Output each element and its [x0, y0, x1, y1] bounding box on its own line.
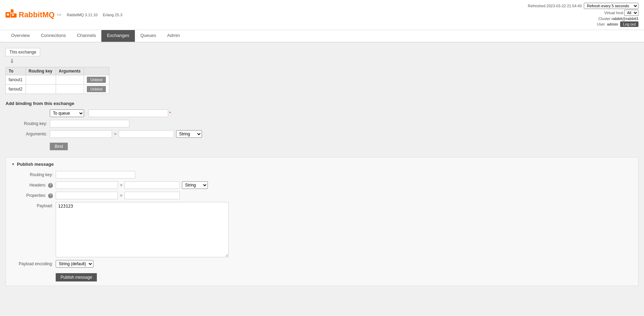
unbind-button-1[interactable]: Unbind: [87, 77, 106, 83]
binding-action-2: Unbind: [84, 85, 109, 94]
publish-headers-value-input[interactable]: [125, 181, 180, 189]
binding-arguments-2: [56, 85, 84, 94]
to-queue-input[interactable]: [89, 109, 168, 117]
publish-properties-key-input[interactable]: [56, 192, 118, 199]
separator-1: :: [86, 111, 88, 116]
publish-section-header[interactable]: ▼ Publish message: [11, 162, 633, 167]
publish-section-title: Publish message: [17, 162, 54, 167]
unbind-button-2[interactable]: Unbind: [87, 86, 106, 92]
publish-routing-key-row: Routing key:: [11, 171, 633, 179]
binding-to-2: fanout2: [6, 85, 26, 94]
to-queue-row: To queue To exchange : *: [6, 109, 638, 117]
bind-button[interactable]: Bind: [50, 143, 68, 150]
header-right: Refreshed 2023-03-22 21:54:40 Refresh ev…: [528, 3, 638, 27]
add-binding-section: Add binding from this exchange To queue …: [6, 101, 638, 150]
publish-message-section: ▼ Publish message Routing key: Headers: …: [6, 157, 638, 286]
nav-item-exchanges[interactable]: Exchanges: [101, 30, 135, 42]
refresh-row: Refreshed 2023-03-22 21:54:40 Refresh ev…: [528, 3, 638, 9]
header-left: RabbitMQTM RabbitMQ 3.11.10 Erlang 25.3: [6, 9, 127, 20]
publish-headers-label: Headers: ?: [11, 183, 53, 188]
erlang-version: Erlang 25.3: [103, 13, 122, 17]
publish-properties-label: Properties: ?: [11, 193, 53, 198]
required-star: *: [169, 111, 171, 116]
logout-button[interactable]: Log out: [620, 21, 638, 27]
equals-sign-2: =: [120, 183, 122, 188]
arguments-row: Arguments: = String Boolean Number List: [6, 130, 638, 138]
svg-rect-4: [12, 14, 14, 16]
equals-sign-1: =: [114, 132, 117, 136]
publish-routing-key-label: Routing key:: [11, 172, 53, 177]
logo: RabbitMQTM: [6, 9, 61, 20]
arguments-label: Arguments:: [6, 132, 47, 136]
payload-encoding-row: Payload encoding: String (default) Base6…: [11, 260, 633, 268]
routing-key-label: Routing key:: [6, 121, 47, 126]
publish-headers-key-input[interactable]: [56, 181, 118, 189]
binding-arguments-1: [56, 75, 84, 85]
rabbitmq-logo-icon: [6, 9, 17, 20]
headers-help-icon[interactable]: ?: [48, 183, 53, 188]
arguments-key-input[interactable]: [50, 130, 112, 138]
cluster-value: rabbit@rabbit1: [611, 17, 638, 21]
routing-key-row: Routing key:: [6, 120, 638, 127]
publish-payload-row: Payload: 123123: [11, 202, 633, 257]
logo-text: RabbitMQ: [19, 10, 55, 19]
svg-rect-1: [11, 9, 13, 13]
binding-to-1: fanout1: [6, 75, 26, 85]
publish-properties-value-input[interactable]: [125, 192, 180, 199]
exchange-tooltip: This exchange: [6, 48, 40, 56]
publish-routing-key-input[interactable]: [56, 171, 135, 179]
col-arguments: Arguments: [56, 67, 84, 75]
table-row: fanout2 Unbind: [6, 85, 109, 94]
refresh-select[interactable]: Refresh every 5 seconds Refresh every 10…: [584, 3, 638, 9]
main-content: This exchange ⇓ To Routing key Arguments…: [0, 42, 644, 316]
user-value: admin: [607, 22, 618, 26]
user-label: User: [597, 22, 605, 26]
cluster-row: Cluster rabbit@rabbit1: [528, 17, 638, 21]
nav-item-overview[interactable]: Overview: [6, 30, 35, 42]
virtual-host-row: Virtual host All /: [528, 10, 638, 16]
col-routing-key: Routing key: [26, 67, 56, 75]
payload-encoding-select[interactable]: String (default) Base64: [56, 260, 93, 268]
rabbitmq-version: RabbitMQ 3.11.10: [67, 13, 98, 17]
version-info: RabbitMQ 3.11.10 Erlang 25.3: [67, 13, 127, 17]
nav: Overview Connections Channels Exchanges …: [0, 30, 644, 42]
svg-rect-3: [7, 13, 9, 16]
virtual-host-label: Virtual host: [604, 11, 623, 15]
col-action: [84, 67, 109, 75]
routing-key-input[interactable]: [50, 120, 129, 127]
nav-item-channels[interactable]: Channels: [71, 30, 101, 42]
properties-help-icon[interactable]: ?: [48, 193, 53, 198]
nav-item-admin[interactable]: Admin: [162, 30, 185, 42]
binding-action-1: Unbind: [84, 75, 109, 85]
user-row: User admin Log out: [528, 21, 638, 27]
table-row: fanout1 Unbind: [6, 75, 109, 85]
down-arrow-icon: ⇓: [6, 58, 638, 64]
publish-headers-type-select[interactable]: String Boolean Number List: [182, 181, 208, 189]
publish-payload-textarea[interactable]: 123123: [56, 202, 229, 257]
collapse-icon: ▼: [11, 162, 15, 166]
arguments-value-input[interactable]: [119, 130, 174, 138]
add-binding-title: Add binding from this exchange: [6, 101, 638, 106]
binding-routing-key-2: [26, 85, 56, 94]
publish-headers-row: Headers: ? = String Boolean Number List: [11, 181, 633, 189]
arguments-type-select[interactable]: String Boolean Number List: [176, 130, 202, 138]
payload-encoding-label: Payload encoding:: [11, 261, 53, 266]
equals-sign-3: =: [120, 193, 122, 198]
publish-properties-row: Properties: ? =: [11, 192, 633, 199]
binding-routing-key-1: [26, 75, 56, 85]
to-queue-select[interactable]: To queue To exchange: [50, 109, 84, 117]
refreshed-text: Refreshed 2023-03-22 21:54:40: [528, 4, 582, 8]
header: RabbitMQTM RabbitMQ 3.11.10 Erlang 25.3 …: [0, 0, 644, 30]
publish-message-button[interactable]: Publish message: [56, 273, 97, 281]
cluster-label: Cluster: [598, 17, 610, 21]
nav-item-connections[interactable]: Connections: [35, 30, 71, 42]
col-to: To: [6, 67, 26, 75]
virtual-host-select[interactable]: All /: [624, 10, 638, 16]
logo-tm: TM: [57, 13, 61, 17]
bindings-table: To Routing key Arguments fanout1 Unbind …: [6, 67, 109, 94]
publish-payload-label: Payload:: [11, 202, 53, 208]
nav-item-queues[interactable]: Queues: [135, 30, 162, 42]
